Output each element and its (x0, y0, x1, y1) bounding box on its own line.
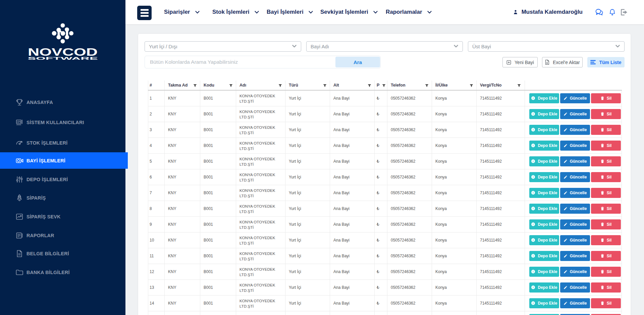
svg-text:SOFTWARE: SOFTWARE (28, 57, 98, 60)
